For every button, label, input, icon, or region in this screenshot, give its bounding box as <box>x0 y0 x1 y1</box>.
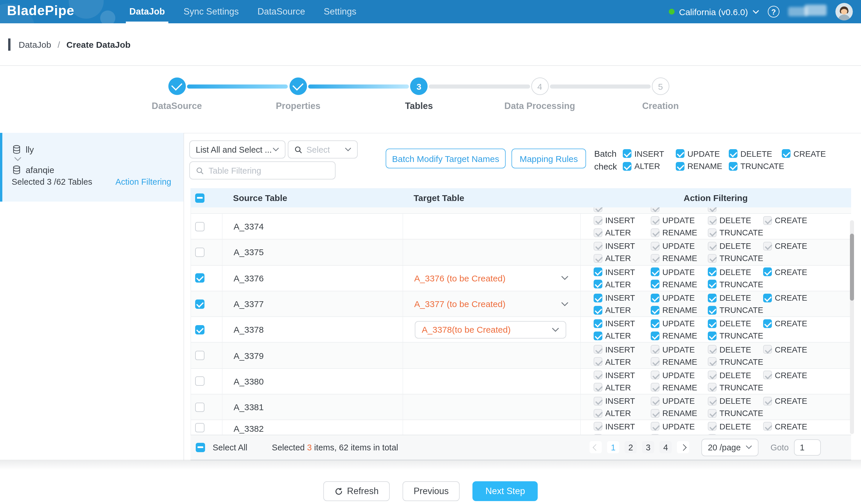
update-checkbox[interactable] <box>651 294 659 302</box>
action-label: CREATE <box>775 396 807 406</box>
goto-page-input[interactable] <box>794 439 821 455</box>
batch-modify-target-names-button[interactable]: Batch Modify Target Names <box>386 149 506 168</box>
row-checkbox[interactable] <box>195 351 204 360</box>
action-label: INSERT <box>605 267 635 276</box>
chevron-down-icon <box>345 147 351 151</box>
create-checkbox[interactable] <box>763 294 772 302</box>
page-button-3[interactable]: 3 <box>642 441 654 454</box>
schema-pair-item[interactable]: lly afanqie Selected 3 /62 Tables Action… <box>0 133 183 202</box>
action-filter-line: INSERTUPDATEDELETECREATE <box>593 396 851 405</box>
table-search-select[interactable]: Select <box>288 140 358 159</box>
action-filter-option: ALTER <box>593 305 651 315</box>
nav-item-datasource[interactable]: DataSource <box>248 0 315 23</box>
chevron-down-icon[interactable] <box>561 301 569 306</box>
next-page-button[interactable] <box>677 441 689 454</box>
refresh-label: Refresh <box>347 486 379 496</box>
step-properties-circle[interactable] <box>289 78 307 95</box>
delete-checkbox[interactable] <box>708 294 716 302</box>
create-checkbox[interactable] <box>763 319 772 328</box>
row-checkbox[interactable] <box>195 325 204 335</box>
nav-item-settings[interactable]: Settings <box>315 0 366 23</box>
alter-checkbox[interactable] <box>593 305 602 314</box>
alter-checkbox[interactable] <box>593 331 602 340</box>
step-creation-circle[interactable]: 5 <box>652 78 669 95</box>
select-all-footer-checkbox[interactable] <box>196 443 205 452</box>
target-cell[interactable]: A_3376 (to be Created) <box>402 265 580 291</box>
page-button-1[interactable]: 1 <box>607 441 619 454</box>
status-dot <box>668 9 674 15</box>
row-checkbox[interactable] <box>195 248 204 257</box>
truncate-checkbox[interactable] <box>708 280 716 288</box>
row-checkbox[interactable] <box>195 377 204 386</box>
select-all-checkbox[interactable] <box>195 193 204 203</box>
create-checkbox[interactable] <box>782 149 791 158</box>
nav-item-datajob[interactable]: DataJob <box>120 0 174 23</box>
row-select-cell <box>191 214 222 239</box>
list-mode-select[interactable]: List All and Select ... <box>189 140 285 159</box>
action-label: TRUNCATE <box>720 408 763 418</box>
page-size-select[interactable]: 20 /page <box>701 439 758 456</box>
row-checkbox[interactable] <box>195 402 204 412</box>
truncate-checkbox[interactable] <box>729 162 738 171</box>
action-filter-option: CREATE <box>763 216 807 225</box>
nav-item-sync-settings[interactable]: Sync Settings <box>174 0 248 23</box>
help-icon[interactable]: ? <box>768 6 779 17</box>
bladepipe-logo[interactable]: BladePipe <box>7 3 74 19</box>
row-checkbox[interactable] <box>195 273 204 283</box>
rename-checkbox[interactable] <box>676 162 684 171</box>
action-filter-option: RENAME <box>651 383 708 392</box>
environment-selector[interactable]: California (v0.6.0) <box>668 7 759 17</box>
alter-checkbox[interactable] <box>593 280 602 288</box>
insert-checkbox[interactable] <box>593 294 602 302</box>
insert-checkbox[interactable] <box>593 268 602 276</box>
alter-checkbox[interactable] <box>623 162 631 171</box>
username-blurred[interactable] <box>788 5 826 19</box>
step-tables-circle[interactable]: 3 <box>410 78 427 95</box>
mapping-rules-button[interactable]: Mapping Rules <box>511 149 586 168</box>
step-data-processing-circle[interactable]: 4 <box>531 78 548 95</box>
step-label-tables: Tables <box>366 101 471 111</box>
delete-checkbox[interactable] <box>708 268 716 276</box>
rename-checkbox[interactable] <box>651 280 659 288</box>
row-checkbox[interactable] <box>195 299 204 309</box>
rename-checkbox <box>651 383 659 392</box>
target-table-select[interactable]: A_3378(to be Created) <box>415 321 566 339</box>
scrollbar-thumb[interactable] <box>850 234 854 301</box>
search-icon <box>196 166 204 175</box>
page-button-4[interactable]: 4 <box>659 441 672 454</box>
delete-checkbox[interactable] <box>729 149 738 158</box>
action-label: INSERT <box>634 149 664 158</box>
row-checkbox[interactable] <box>195 222 204 231</box>
target-cell[interactable]: A_3377 (to be Created) <box>402 291 580 317</box>
update-checkbox[interactable] <box>651 268 659 276</box>
action-filtering-link[interactable]: Action Filtering <box>115 177 171 187</box>
page-button-2[interactable]: 2 <box>625 441 637 454</box>
batch-check-line2: check <box>594 162 617 171</box>
update-checkbox[interactable] <box>651 319 659 328</box>
update-checkbox <box>651 371 659 380</box>
update-checkbox[interactable] <box>676 149 684 158</box>
insert-checkbox[interactable] <box>623 149 631 158</box>
vertical-scrollbar[interactable] <box>850 220 854 434</box>
action-label: RENAME <box>662 305 697 315</box>
refresh-button[interactable]: Refresh <box>323 481 390 501</box>
delete-checkbox <box>708 242 716 250</box>
prev-page-button[interactable] <box>589 441 602 454</box>
rename-checkbox[interactable] <box>651 305 659 314</box>
avatar[interactable] <box>835 3 853 21</box>
truncate-checkbox[interactable] <box>708 331 716 340</box>
row-checkbox[interactable] <box>195 423 204 433</box>
previous-button[interactable]: Previous <box>402 481 460 501</box>
create-checkbox[interactable] <box>763 268 772 276</box>
step-datasource-circle[interactable] <box>168 78 186 95</box>
rename-checkbox[interactable] <box>651 331 659 340</box>
table-filter-input[interactable] <box>208 166 329 175</box>
insert-checkbox[interactable] <box>593 319 602 328</box>
breadcrumb-separator: / <box>58 39 60 49</box>
truncate-checkbox[interactable] <box>708 305 716 314</box>
chevron-down-icon[interactable] <box>561 276 569 280</box>
breadcrumb-root[interactable]: DataJob <box>19 39 51 49</box>
select-all-label[interactable]: Select All <box>213 443 247 452</box>
next-step-button[interactable]: Next Step <box>473 481 538 501</box>
delete-checkbox[interactable] <box>708 319 716 328</box>
